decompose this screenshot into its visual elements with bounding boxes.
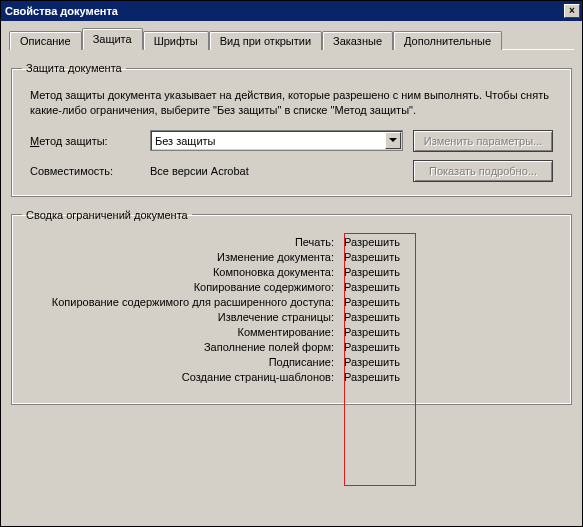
window-title: Свойства документа: [5, 5, 564, 17]
restriction-value: Разрешить: [342, 341, 404, 353]
restriction-label: Компоновка документа:: [22, 266, 342, 278]
restriction-row: Комментирование: Разрешить: [22, 326, 561, 338]
titlebar: Свойства документа ×: [1, 1, 582, 21]
restriction-value: Разрешить: [342, 371, 404, 383]
security-description: Метод защиты документа указывает на дейс…: [30, 88, 553, 118]
tab-fonts[interactable]: Шрифты: [143, 31, 209, 50]
method-label: Метод защиты:: [30, 135, 140, 147]
restriction-value: Разрешить: [342, 296, 404, 308]
tab-custom[interactable]: Заказные: [322, 31, 393, 50]
restriction-label: Создание страниц-шаблонов:: [22, 371, 342, 383]
restriction-row: Подписание: Разрешить: [22, 356, 561, 368]
restriction-label: Подписание:: [22, 356, 342, 368]
close-button[interactable]: ×: [564, 4, 580, 18]
restriction-label: Заполнение полей форм:: [22, 341, 342, 353]
restriction-value: Разрешить: [342, 251, 404, 263]
restriction-row: Изменение документа: Разрешить: [22, 251, 561, 263]
security-group: Защита документа Метод защиты документа …: [11, 62, 572, 197]
restriction-value: Разрешить: [342, 356, 404, 368]
restrictions-list: Печать: Разрешить Изменение документа: Р…: [22, 236, 561, 383]
restriction-row: Копирование содержимого для расширенного…: [22, 296, 561, 308]
restriction-value: Разрешить: [342, 311, 404, 323]
change-settings-button: Изменить параметры...: [413, 130, 553, 152]
restriction-value: Разрешить: [342, 266, 404, 278]
restriction-label: Комментирование:: [22, 326, 342, 338]
restriction-value: Разрешить: [342, 326, 404, 338]
restriction-row: Создание страниц-шаблонов: Разрешить: [22, 371, 561, 383]
restriction-label: Печать:: [22, 236, 342, 248]
security-method-combo[interactable]: Без защиты: [150, 130, 403, 151]
restrictions-group: Сводка ограничений документа Печать: Раз…: [11, 209, 572, 405]
chevron-down-icon[interactable]: [385, 132, 401, 149]
document-properties-window: Свойства документа × Описание Защита Шри…: [0, 0, 583, 527]
restriction-row: Заполнение полей форм: Разрешить: [22, 341, 561, 353]
security-group-legend: Защита документа: [22, 62, 126, 74]
restriction-label: Копирование содержимого:: [22, 281, 342, 293]
restriction-row: Извлечение страницы: Разрешить: [22, 311, 561, 323]
restriction-label: Копирование содержимого для расширенного…: [22, 296, 342, 308]
restriction-value: Разрешить: [342, 236, 404, 248]
tab-content: Защита документа Метод защиты документа …: [9, 49, 574, 518]
security-method-value: Без защиты: [155, 135, 385, 147]
compat-label: Совместимость:: [30, 165, 140, 177]
compat-value: Все версии Acrobat: [150, 165, 403, 177]
tab-initial-view[interactable]: Вид при открытии: [209, 31, 322, 50]
restriction-value: Разрешить: [342, 281, 404, 293]
restrictions-group-legend: Сводка ограничений документа: [22, 209, 192, 221]
tab-security[interactable]: Защита: [82, 28, 143, 50]
tab-description[interactable]: Описание: [9, 31, 82, 50]
show-details-button: Показать подробно...: [413, 160, 553, 182]
restriction-label: Изменение документа:: [22, 251, 342, 263]
restriction-label: Извлечение страницы:: [22, 311, 342, 323]
restriction-row: Компоновка документа: Разрешить: [22, 266, 561, 278]
tab-advanced[interactable]: Дополнительные: [393, 31, 502, 50]
tabs: Описание Защита Шрифты Вид при открытии …: [9, 27, 574, 49]
restriction-row: Копирование содержимого: Разрешить: [22, 281, 561, 293]
restriction-row: Печать: Разрешить: [22, 236, 561, 248]
